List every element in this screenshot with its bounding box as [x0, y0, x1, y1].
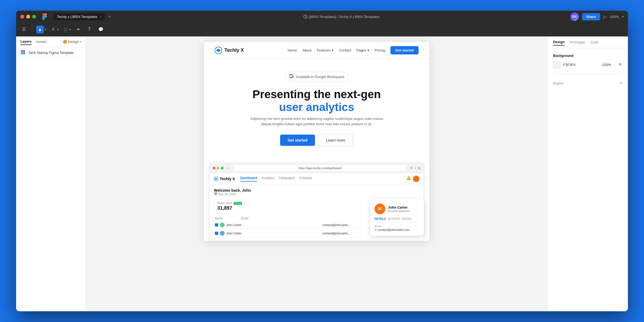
- select-tool-icon[interactable]: ▲: [36, 25, 44, 34]
- back-icon: ‹: [227, 166, 228, 170]
- col-email: Email: [241, 217, 248, 220]
- design-chevron[interactable]: ▾: [80, 40, 81, 43]
- shape-tool-group: □ ▾: [63, 25, 71, 34]
- breadcrumb: [BRIX Templates] / Techly X | BRIX Templ…: [116, 14, 567, 19]
- minimize-button[interactable]: [26, 15, 30, 18]
- select-tool-group: ▲ ▾: [36, 25, 46, 34]
- google-badge: Available in Google Workspace: [285, 72, 348, 82]
- main-layout: Layers Assets 🟠 Design ▾ Tech Startup Fi…: [16, 36, 628, 311]
- layer-name: Tech Startup Figma Template: [28, 51, 74, 55]
- background-opacity[interactable]: 100%: [602, 63, 616, 67]
- nav-about[interactable]: About: [302, 48, 312, 52]
- left-panel-divider: [16, 58, 86, 58]
- browser-arrows: ‹ ›: [227, 166, 230, 170]
- dash-tab-campaigns[interactable]: Campaigns: [279, 176, 295, 182]
- zoom-chevron[interactable]: ▾: [622, 15, 624, 18]
- site-nav: Techly X Home About Features ▾ Contact P…: [204, 42, 429, 59]
- select-tool-chevron[interactable]: ▾: [45, 28, 46, 31]
- right-tab-prototype[interactable]: Prototype: [570, 39, 585, 45]
- hero-subtitle: Adipiscing nisi sem gravida enim eu adip…: [250, 116, 384, 127]
- dash-tab-analytics[interactable]: Analytics: [261, 176, 274, 182]
- hero-learn-more-button[interactable]: Learn more: [318, 135, 353, 146]
- dash-header: Techly X Dashboard Analytics Campaigns C…: [210, 173, 424, 185]
- user-card: JC John Carter Growth Marketer DETAILS A…: [370, 199, 424, 236]
- background-title: Background: [553, 54, 623, 58]
- google-badge-text: Available in Google Workspace: [296, 75, 344, 79]
- right-tab-design[interactable]: Design: [553, 39, 565, 46]
- hero-get-started-button[interactable]: Get started: [280, 135, 315, 146]
- tab-assets[interactable]: Assets: [36, 39, 46, 45]
- card-tab-activity[interactable]: ACTIVITY: [388, 217, 400, 220]
- dash-tab-contacts[interactable]: Contacts: [299, 176, 312, 182]
- hamburger-menu-icon[interactable]: ☰: [20, 25, 27, 34]
- text-tool-icon[interactable]: T: [86, 25, 92, 34]
- card-tab-notes[interactable]: NOTES: [402, 217, 411, 220]
- col-name: Name: [215, 217, 223, 220]
- share-icon: ⬆: [410, 166, 413, 170]
- browser-minimize: [217, 167, 219, 169]
- tab-add-button[interactable]: +: [106, 13, 113, 20]
- design-tag: 🟠 Design ▾: [63, 40, 81, 44]
- comment-tool-icon[interactable]: 💬: [97, 25, 105, 34]
- dash-user-avatar: [413, 176, 419, 182]
- play-icon[interactable]: ▷: [603, 14, 607, 19]
- active-users-stat: Active users +6.3% 31,897: [214, 199, 246, 213]
- background-hex-value[interactable]: F3F3F4: [563, 63, 599, 67]
- add-tab-icon: +: [414, 166, 416, 170]
- card-tab-details[interactable]: DETAILS: [375, 217, 386, 220]
- design-label: Design: [68, 40, 79, 44]
- shape-tool-icon[interactable]: □: [63, 25, 69, 34]
- close-button[interactable]: [20, 15, 24, 18]
- notification-icon: 🔔: [406, 176, 411, 182]
- row-checkbox: [215, 232, 218, 235]
- tab-area: Techly x | BRIX Templates × +: [53, 13, 113, 20]
- user-card-tabs: DETAILS ACTIVITY NOTES: [375, 217, 420, 223]
- user-avatar: BX: [570, 12, 579, 21]
- visibility-toggle-icon[interactable]: 👁: [618, 62, 623, 67]
- frame-tool-icon[interactable]: #: [50, 25, 56, 34]
- layer-item[interactable]: Tech Startup Figma Template: [16, 47, 86, 58]
- user-card-header: JC John Carter Growth Marketer: [375, 203, 420, 214]
- dash-date: 📅 Nov 24, 2023: [214, 193, 419, 196]
- shape-tool-chevron[interactable]: ▾: [69, 28, 71, 31]
- tab-close-icon[interactable]: ×: [100, 15, 101, 18]
- toolbar-separator: [32, 26, 32, 33]
- fullscreen-button[interactable]: [32, 15, 36, 18]
- share-button[interactable]: Share: [582, 13, 600, 20]
- pen-tool-icon[interactable]: ✒: [75, 25, 82, 34]
- figma-layer-icon: [20, 50, 26, 55]
- nav-pricing[interactable]: Pricing: [375, 48, 385, 52]
- svg-point-1: [21, 50, 23, 52]
- dash-right: 🔔: [406, 176, 419, 182]
- title-right-actions: BX Share ▷ 100% ▾: [570, 12, 624, 21]
- tab-layers[interactable]: Layers: [20, 38, 32, 45]
- export-add-button[interactable]: +: [620, 80, 623, 86]
- background-color-swatch[interactable]: [553, 61, 561, 68]
- forward-icon: ›: [229, 166, 230, 170]
- toolbar: ☰ ▲ ▾ # ▾ □ ▾ ✒ T 💬: [16, 23, 628, 36]
- figma-icon: [41, 13, 48, 20]
- dash-tab-dashboard[interactable]: Dashboard: [240, 176, 257, 182]
- nav-pages[interactable]: Pages ▾: [356, 48, 369, 52]
- tab-title: Techly x | BRIX Templates: [57, 15, 97, 19]
- nav-features[interactable]: Features ▾: [317, 48, 334, 52]
- active-tab[interactable]: Techly x | BRIX Templates ×: [53, 13, 105, 20]
- frame-tool-chevron[interactable]: ▾: [57, 28, 58, 31]
- canvas-area[interactable]: Techly X Home About Features ▾ Contact P…: [86, 36, 547, 311]
- welcome-text: Welcome back, John: [214, 188, 419, 193]
- browser-close: [213, 167, 215, 169]
- export-label: Export: [553, 81, 563, 85]
- nav-get-started-button[interactable]: Get started: [390, 46, 419, 54]
- frame-tool-group: # ▾: [50, 25, 58, 34]
- nav-home[interactable]: Home: [288, 48, 297, 52]
- traffic-lights: [20, 15, 36, 18]
- browser-maximize: [221, 167, 224, 169]
- hero-title-line1: Presenting the next-gen: [253, 88, 381, 101]
- mac-window: Techly x | BRIX Templates × + [BRIX Temp…: [16, 11, 628, 311]
- nav-contact[interactable]: Contact: [339, 48, 351, 52]
- section-divider: [553, 74, 623, 74]
- dash-logo: Techly X: [214, 177, 235, 181]
- pages-chevron: ▾: [367, 48, 369, 52]
- zoom-level[interactable]: 100%: [610, 15, 619, 19]
- right-tab-code[interactable]: Code: [590, 39, 599, 45]
